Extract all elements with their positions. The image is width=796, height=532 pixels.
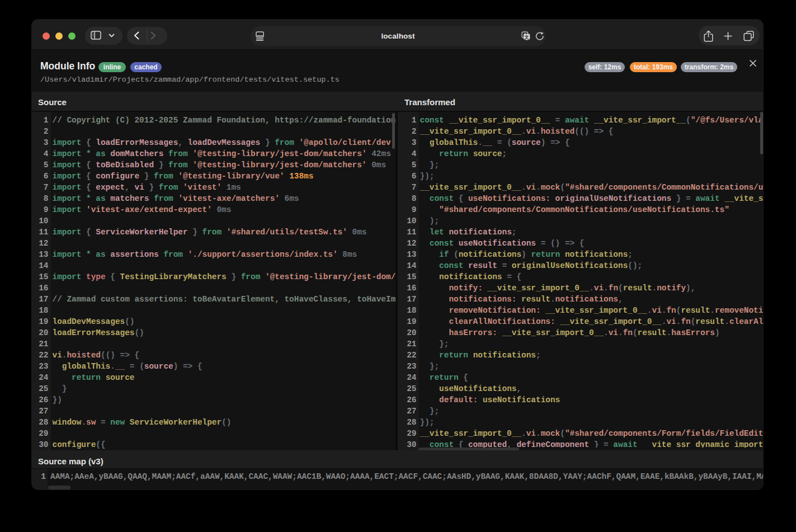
svg-text:文: 文 <box>524 35 529 40</box>
